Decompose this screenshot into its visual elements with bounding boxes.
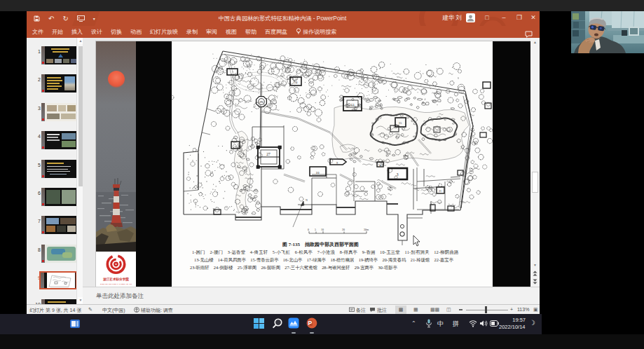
svg-text:4: 4 xyxy=(380,163,381,167)
svg-text:10: 10 xyxy=(321,228,324,231)
svg-text:ZHEJIANG VOCATIONAL ACADEMY OF: ZHEJIANG VOCATIONAL ACADEMY OF ART xyxy=(100,283,132,285)
svg-text:21: 21 xyxy=(439,189,441,193)
svg-text:1-园门 2-腰门 3-远香堂 4-倚玉轩 5-小飞虹 6-: 1-园门 2-腰门 3-远香堂 4-倚玉轩 5-小飞虹 6-松风亭 7-小沧浪 … xyxy=(192,249,459,255)
svg-text:24: 24 xyxy=(294,81,298,84)
svg-text:3: 3 xyxy=(397,172,399,177)
svg-text:13-见山楼 14-荷风四面亭 15-雪香云蔚亭 16-北山: 13-见山楼 14-荷风四面亭 15-雪香云蔚亭 16-北山亭 17-绿漪亭 1… xyxy=(194,257,453,263)
svg-text:15: 15 xyxy=(399,121,402,125)
svg-text:P: P xyxy=(308,320,313,327)
svg-text:10: 10 xyxy=(316,171,320,174)
svg-text:27: 27 xyxy=(266,152,270,156)
svg-text:30m: 30m xyxy=(364,228,369,231)
svg-text:5: 5 xyxy=(315,228,316,231)
svg-text:9: 9 xyxy=(336,161,338,165)
svg-text:0: 0 xyxy=(308,228,309,231)
svg-text:浙江艺术职业学院: 浙江艺术职业学院 xyxy=(102,277,129,282)
svg-text:N: N xyxy=(306,198,308,202)
svg-text:13: 13 xyxy=(351,103,355,107)
svg-text:23-听雨轩 24-倒影楼 25-浮翠阁 26-留听阁 27: 23-听雨轩 24-倒影楼 25-浮翠阁 26-留听阁 27-三十六鸳鸯馆 28… xyxy=(190,265,397,271)
svg-text:20: 20 xyxy=(342,228,345,231)
svg-text:图 7-135 拙政园中部及西部平面图: 图 7-135 拙政园中部及西部平面图 xyxy=(282,241,359,247)
